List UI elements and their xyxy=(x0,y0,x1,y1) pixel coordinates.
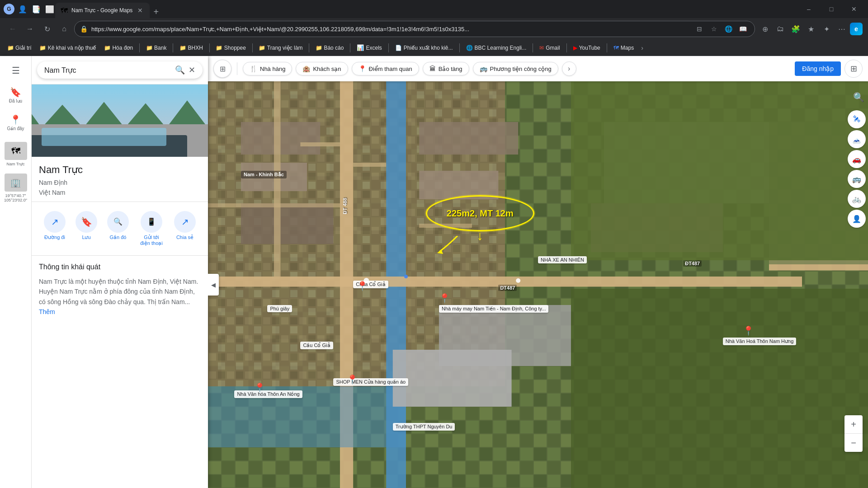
separator xyxy=(566,43,567,52)
bookmark-giai-tri[interactable]: 📁 Giải trí xyxy=(4,43,35,53)
sign-in-btn[interactable]: Đăng nhập xyxy=(795,61,841,76)
separator xyxy=(533,43,533,52)
filter-khach-san[interactable]: 🏨 Khách sạn xyxy=(296,62,348,75)
bookmark-bhxh[interactable]: 📁 BHXH xyxy=(176,43,206,53)
edge-logo: e xyxy=(850,23,863,35)
map-filters: ⊞ 🍴 Nhà hàng 🏨 Khách sạn 📍 Điểm tham qua… xyxy=(208,56,868,81)
address-bar[interactable]: 🔒 https://www.google.com/maps/place/Nam+… xyxy=(74,21,755,37)
active-tab[interactable]: 🗺 Nam Trực - Google Maps ✕ xyxy=(55,3,150,18)
svg-rect-31 xyxy=(208,203,340,207)
menu-btn[interactable]: ☰ xyxy=(2,61,29,80)
place-thumbnail[interactable]: 🗺 xyxy=(5,142,27,160)
extensions-btn[interactable]: 🧩 xyxy=(788,22,803,36)
menu-icon: ☰ xyxy=(12,65,20,76)
pin-shop-men[interactable]: 📍 xyxy=(347,374,358,385)
bookmark-ke-khai[interactable]: 📁 Kê khai và nộp thuế xyxy=(36,43,100,53)
street-view-btn[interactable]: 👤 xyxy=(848,210,866,228)
split-view-btn[interactable]: ⊟ xyxy=(693,23,706,35)
bookmark-trang-viec[interactable]: 📁 Trang việc làm xyxy=(255,43,307,53)
svg-rect-19 xyxy=(419,122,518,155)
forward-btn[interactable]: → xyxy=(23,22,37,36)
separator xyxy=(173,43,173,52)
svg-rect-18 xyxy=(241,203,333,244)
tab-close-btn[interactable]: ✕ xyxy=(136,6,144,14)
copilot-btn[interactable]: ✦ xyxy=(819,22,834,36)
bookmark-label: Excels xyxy=(366,45,382,51)
collapse-sidebar-btn[interactable]: ◀ xyxy=(208,274,219,296)
bookmark-hoa-don[interactable]: 📁 Hóa đơn xyxy=(100,43,137,53)
translate-btn[interactable]: 🌐 xyxy=(722,23,735,35)
pin-nha-may[interactable]: 📍 xyxy=(439,293,450,304)
close-btn[interactable]: ✕ xyxy=(844,2,864,16)
terrain-btn[interactable]: 🗻 xyxy=(848,130,866,148)
nearby-action-btn[interactable]: 🔍 Gần đó xyxy=(102,207,134,250)
filters-more-btn[interactable]: › xyxy=(562,61,576,76)
search-btn[interactable]: 🔍 xyxy=(175,65,185,75)
nearby-btn[interactable]: 📍 Gần đây xyxy=(2,111,29,135)
bookmark-youtube[interactable]: ▶ YouTube xyxy=(570,43,604,53)
tab-title: Nam Trực - Google Maps xyxy=(71,7,132,14)
bookmark-label: BBC Learning Engli... xyxy=(475,45,527,51)
maximize-btn[interactable]: □ xyxy=(821,2,842,16)
traffic-btn[interactable]: 🚗 xyxy=(848,150,866,168)
satellite-view-btn[interactable]: 🛰 xyxy=(848,110,866,128)
saved-btn[interactable]: 🔖 Đã lưu xyxy=(2,83,29,107)
pin-nha-van-hoa[interactable]: 📍 xyxy=(254,382,265,393)
minimize-btn[interactable]: – xyxy=(798,2,819,16)
star-btn[interactable]: ☆ xyxy=(708,23,720,35)
new-tab-btn[interactable]: + xyxy=(150,5,162,18)
address-text: https://www.google.com/maps/place/Nam+Tr… xyxy=(91,26,689,33)
bookmark-maps[interactable]: 🗺 Maps xyxy=(610,43,637,53)
favorites-btn[interactable]: ★ xyxy=(804,22,818,36)
bookmark-phieu-xuat[interactable]: 📄 Phiếu xuất kho kiê... xyxy=(392,43,457,53)
nearby-label: Gần đây xyxy=(7,126,24,131)
map-annotation: 225m2, MT 12m ↓ xyxy=(426,195,534,231)
separator xyxy=(309,43,309,52)
search-input[interactable] xyxy=(44,66,171,74)
info-desc-text: Nam Trực là một huyện thuộc tỉnh Nam Địn… xyxy=(39,278,198,305)
add-to-fav-btn[interactable]: ⊕ xyxy=(758,22,772,36)
refresh-btn[interactable]: ↻ xyxy=(40,22,54,36)
share-btn[interactable]: ↗ Chia sẻ xyxy=(169,207,201,250)
bicycling-btn[interactable]: 🚲 xyxy=(848,190,866,208)
bookmark-label: Báo cáo xyxy=(324,45,344,51)
tab-favicon: 🗺 xyxy=(61,7,68,14)
info-more-link[interactable]: Thêm xyxy=(39,308,55,315)
pin-chua-co-gia[interactable]: 📍 xyxy=(357,281,368,291)
send-phone-btn[interactable]: 📱 Gửi tới điện thoại xyxy=(134,207,169,250)
filter-nha-hang[interactable]: 🍴 Nhà hàng xyxy=(243,62,292,75)
bookmark-shoppee[interactable]: 📁 Shoppee xyxy=(212,43,250,53)
filter-diem-tham-quan[interactable]: 📍 Điểm tham quan xyxy=(352,62,419,75)
bookmarks-more-btn[interactable]: › xyxy=(638,42,646,53)
save-icon-circle: 🔖 xyxy=(75,211,97,233)
reading-list-btn[interactable]: 📑 xyxy=(31,4,42,14)
pin-nha-van-hoa-nam-hung[interactable]: 📍 xyxy=(743,325,754,336)
bookmark-bbc[interactable]: 🌐 BBC Learning Engli... xyxy=(462,43,530,53)
bookmark-bank[interactable]: 📁 Bank xyxy=(142,43,170,53)
bookmark-excels[interactable]: 📊 Excels xyxy=(353,42,385,53)
layers-btn[interactable]: ⊞ xyxy=(213,60,231,78)
more-btn[interactable]: ⋯ xyxy=(835,22,849,36)
home-btn[interactable]: ⌂ xyxy=(57,22,71,36)
search-clear-btn[interactable]: ✕ xyxy=(189,65,195,75)
reading-view-btn[interactable]: 📖 xyxy=(736,23,749,35)
browser-search-btn[interactable]: 🔍 xyxy=(849,88,868,106)
collections-btn[interactable]: 🗂 xyxy=(773,22,788,36)
vertical-tabs-btn[interactable]: ⬜ xyxy=(44,4,55,14)
map-area[interactable]: 225m2, MT 12m ↓ Phú giây Cầu Cổ Giả Chùa… xyxy=(208,81,868,488)
bookmark-bao-cao[interactable]: 📁 Báo cáo xyxy=(312,43,347,53)
svg-rect-30 xyxy=(353,163,386,167)
profile-btn[interactable]: 👤 xyxy=(17,4,28,14)
filter-phuong-tien[interactable]: 🚌 Phương tiện công cộng xyxy=(473,62,558,75)
user-avatar[interactable]: G xyxy=(4,4,14,14)
nearby-icon-circle: 🔍 xyxy=(107,211,129,233)
transit-btn[interactable]: 🚌 xyxy=(848,170,866,188)
excel-icon: 📊 xyxy=(357,44,364,51)
save-btn[interactable]: 🔖 Lưu xyxy=(71,207,102,250)
grid-btn[interactable]: ⊞ xyxy=(844,60,863,78)
place-thumbnail2[interactable]: 🏢 xyxy=(5,174,27,192)
directions-btn[interactable]: ↗ Đường đi xyxy=(39,207,71,250)
back-btn[interactable]: ← xyxy=(5,22,20,36)
bookmark-gmail[interactable]: ✉ Gmail xyxy=(536,43,563,53)
filter-bao-tang[interactable]: 🏛 Bảo tàng xyxy=(423,62,469,75)
